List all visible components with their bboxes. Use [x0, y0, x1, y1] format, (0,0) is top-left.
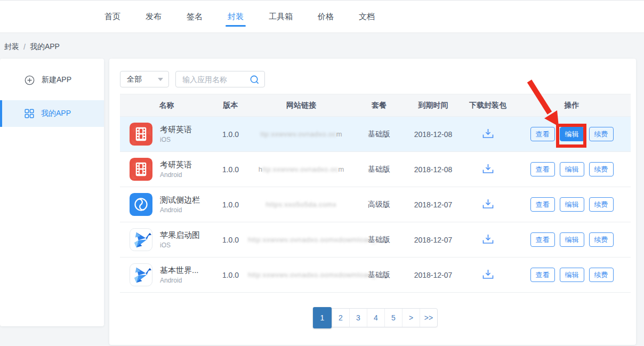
sidebar-item-my-app[interactable]: 我的APP — [0, 100, 104, 127]
app-plan: 基础版 — [355, 130, 404, 139]
search-box — [175, 71, 265, 87]
sidebar: 新建APP 我的APP — [0, 59, 104, 326]
renew-button[interactable]: 续费 — [589, 268, 614, 282]
breadcrumb-my-app: 我的APP — [30, 42, 60, 52]
table-row: 苹果启动图 iOS 1.0.0 http:xxwvwv.ovnadxo.oomx… — [120, 222, 631, 258]
app-table: 名称 版本 网站链接 套餐 到期时间 下载封装包 操作 考研英语 iOS — [120, 94, 631, 293]
edit-button[interactable]: 编辑 — [560, 162, 584, 176]
search-input[interactable] — [176, 75, 245, 84]
next-page-button[interactable]: > — [402, 309, 420, 327]
app-name: 考研英语 — [160, 159, 192, 170]
sidebar-item-new-app[interactable]: 新建APP — [0, 67, 104, 93]
view-button[interactable]: 查看 — [530, 268, 555, 282]
app-version: 1.0.0 — [213, 236, 248, 244]
nav-item-toolbox[interactable]: 工具箱 — [269, 1, 293, 33]
download-icon[interactable] — [482, 128, 494, 139]
page-3[interactable]: 3 — [349, 309, 367, 327]
app-platform: iOS — [160, 135, 192, 144]
app-platform: iOS — [160, 241, 200, 250]
app-name: 苹果启动图 — [160, 230, 200, 240]
chevron-down-icon — [158, 78, 163, 81]
filter-bar: 全部 — [120, 71, 265, 87]
col-plan: 套餐 — [355, 101, 404, 110]
top-navigation: 首页 发布 签名 封装 工具箱 价格 文档 — [0, 0, 644, 33]
view-button[interactable]: 查看 — [530, 162, 555, 176]
breadcrumb-separator: / — [23, 43, 26, 51]
col-name: 名称 — [120, 101, 213, 110]
nav-item-home[interactable]: 首页 — [104, 1, 120, 33]
app-url-masked: http:xxwvwv.ovnadxo.oomxdowmload_a... — [248, 271, 355, 279]
bird-app-icon — [130, 228, 152, 251]
download-icon[interactable] — [482, 163, 494, 174]
category-select-value: 全部 — [127, 75, 142, 84]
pagination: 1 2 3 4 5 > >> — [120, 308, 631, 327]
col-actions: 操作 — [513, 101, 631, 110]
s-swirl-app-icon — [130, 193, 152, 216]
film-app-icon — [130, 123, 152, 146]
app-version: 1.0.0 — [213, 271, 248, 279]
page-1-active[interactable]: 1 — [313, 307, 332, 328]
jump-next-button[interactable]: >> — [420, 309, 437, 327]
app-expire-date: 2018-12-07 — [404, 236, 463, 244]
sidebar-item-label: 我的APP — [41, 109, 71, 118]
app-name: 基本世界... — [160, 265, 199, 275]
category-select[interactable]: 全部 — [120, 71, 169, 87]
renew-button[interactable]: 续费 — [589, 127, 614, 141]
col-download: 下载封装包 — [463, 101, 513, 110]
view-button[interactable]: 查看 — [530, 127, 555, 141]
table-row: 考研英语 Android 1.0.0 http:xxwvwv.ovnadxo.o… — [120, 152, 631, 187]
view-button[interactable]: 查看 — [530, 197, 555, 212]
renew-button[interactable]: 续费 — [589, 232, 614, 247]
nav-item-sign[interactable]: 签名 — [187, 1, 203, 33]
main-content: 全部 名称 版本 网站链接 套餐 到期时间 下载封装包 操作 — [109, 59, 636, 345]
edit-button-annotated[interactable]: 编辑 — [560, 127, 584, 141]
download-icon[interactable] — [482, 234, 494, 245]
table-row: 基本世界... Android 1.0.0 http:xxwvwv.ovnadx… — [120, 258, 631, 293]
col-version: 版本 — [213, 101, 248, 110]
film-app-icon — [130, 158, 152, 181]
col-expire: 到期时间 — [404, 101, 463, 110]
app-expire-date: 2018-12-08 — [404, 165, 463, 174]
page-5[interactable]: 5 — [384, 309, 402, 327]
edit-button[interactable]: 编辑 — [560, 268, 584, 282]
app-platform: Android — [160, 171, 192, 179]
nav-item-pricing[interactable]: 价格 — [318, 1, 334, 33]
page-4[interactable]: 4 — [367, 309, 384, 327]
breadcrumb-package[interactable]: 封装 — [4, 42, 19, 52]
nav-item-docs[interactable]: 文档 — [359, 1, 375, 33]
app-plan: 高级版 — [355, 200, 404, 210]
grid-icon — [25, 109, 34, 118]
app-expire-date: 2018-12-07 — [404, 271, 463, 279]
app-expire-date: 2018-12-08 — [404, 130, 463, 139]
app-expire-date: 2018-12-07 — [404, 200, 463, 209]
sidebar-item-label: 新建APP — [42, 75, 71, 85]
app-version: 1.0.0 — [213, 200, 248, 209]
app-url-masked: http:xxwvwv.ovnadxo.ocm — [248, 165, 355, 173]
plus-circle-icon — [25, 75, 35, 85]
app-platform: Android — [160, 276, 199, 285]
view-button[interactable]: 查看 — [530, 232, 555, 247]
search-icon[interactable] — [249, 75, 260, 87]
bird-app-icon — [130, 263, 152, 286]
download-icon[interactable] — [482, 198, 494, 210]
app-url-masked: https:xxo5o5da.comx — [248, 200, 355, 208]
download-icon[interactable] — [482, 269, 494, 280]
edit-button[interactable]: 编辑 — [560, 232, 584, 247]
table-header: 名称 版本 网站链接 套餐 到期时间 下载封装包 操作 — [120, 94, 631, 117]
app-version: 1.0.0 — [213, 130, 248, 139]
app-plan: 基础版 — [355, 165, 404, 174]
nav-item-package-active[interactable]: 封装 — [228, 1, 244, 33]
app-url-masked: http:xxwvwv.ovnadxo.oomxdowmload_a... — [248, 236, 355, 244]
breadcrumb: 封装 / 我的APP — [4, 42, 60, 52]
renew-button[interactable]: 续费 — [589, 197, 614, 212]
app-platform: Android — [160, 206, 200, 214]
renew-button[interactable]: 续费 — [589, 162, 614, 176]
table-row: 测试侧边栏 Android 1.0.0 https:xxo5o5da.comx … — [120, 187, 631, 222]
nav-item-publish[interactable]: 发布 — [146, 1, 162, 33]
col-url: 网站链接 — [248, 101, 355, 110]
app-url-masked: ttp:xxwvwv.ovnadxo.ocm — [248, 130, 355, 138]
app-name: 测试侧边栏 — [160, 195, 200, 205]
edit-button[interactable]: 编辑 — [560, 197, 584, 212]
table-row: 考研英语 iOS 1.0.0 ttp:xxwvwv.ovnadxo.ocm 基础… — [120, 117, 631, 152]
page-2[interactable]: 2 — [332, 309, 349, 327]
